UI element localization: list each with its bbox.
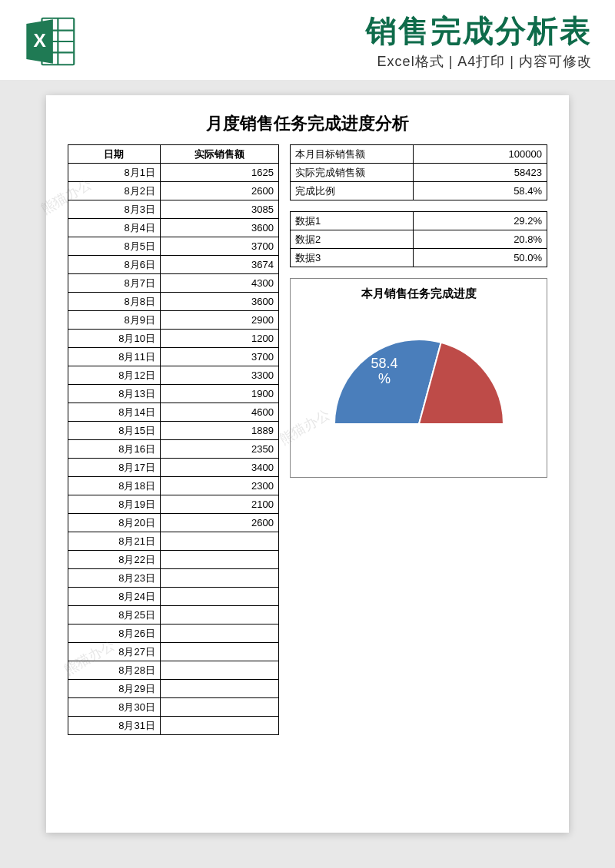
summary-row: 本月目标销售额100000 [291,145,547,164]
summary-table: 本月目标销售额100000实际完成销售额58423完成比例58.4% [290,144,547,200]
col-header-date: 日期 [68,145,161,164]
summary-row: 完成比例58.4% [291,182,547,200]
table-row: 8月22日 [68,551,279,569]
gauge-svg [319,324,519,432]
daily-sales-table: 日期 实际销售额 8月1日16258月2日26008月3日30858月4日360… [68,144,279,735]
table-row: 8月17日3400 [68,459,279,477]
table-row: 8月21日 [68,532,279,551]
table-row: 8月5日3700 [68,237,279,256]
data-row: 数据220.8% [291,230,547,249]
document-page: 熊猫办公 熊猫办公 熊猫办公 月度销售任务完成进度分析 日期 实际销售额 8月1… [46,95,569,833]
template-header: X 销售完成分析表 Excel格式 | A4打印 | 内容可修改 [0,0,615,80]
table-row: 8月30日 [68,698,279,717]
table-row: 8月23日 [68,569,279,588]
table-row: 8月14日4600 [68,403,279,422]
table-row: 8月26日 [68,624,279,643]
table-row: 8月31日 [68,717,279,735]
col-header-amount: 实际销售额 [160,145,278,164]
table-row: 8月18日2300 [68,477,279,495]
summary-row: 实际完成销售额58423 [291,164,547,182]
data-table: 数据129.2%数据220.8%数据350.0% [290,211,547,267]
table-row: 8月13日1900 [68,385,279,403]
table-row: 8月19日2100 [68,495,279,514]
excel-icon: X [23,14,78,69]
table-row: 8月20日2600 [68,514,279,532]
table-row: 8月3日3085 [68,200,279,219]
svg-text:X: X [33,30,46,51]
header-title: 销售完成分析表 [92,14,592,48]
table-row: 8月27日 [68,643,279,661]
table-row: 8月25日 [68,606,279,624]
table-row: 8月6日3674 [68,256,279,274]
table-row: 8月10日1200 [68,330,279,348]
gauge-chart: 本月销售任务完成进度 58.4% [290,278,547,478]
table-row: 8月11日3700 [68,348,279,366]
header-subtitle: Excel格式 | A4打印 | 内容可修改 [92,52,592,71]
table-row: 8月29日 [68,680,279,698]
data-row: 数据129.2% [291,212,547,230]
table-row: 8月8日3600 [68,293,279,311]
table-row: 8月12日3300 [68,366,279,385]
table-row: 8月9日2900 [68,311,279,330]
table-row: 8月15日1889 [68,422,279,440]
data-row: 数据350.0% [291,249,547,267]
table-row: 8月28日 [68,661,279,680]
table-row: 8月2日2600 [68,182,279,200]
table-row: 8月7日4300 [68,274,279,293]
table-row: 8月24日 [68,588,279,606]
chart-title: 本月销售任务完成进度 [297,287,540,301]
gauge-percent-label: 58.4% [371,356,398,387]
table-row: 8月1日1625 [68,164,279,182]
document-title: 月度销售任务完成进度分析 [68,112,547,135]
table-row: 8月16日2350 [68,440,279,459]
table-row: 8月4日3600 [68,219,279,237]
